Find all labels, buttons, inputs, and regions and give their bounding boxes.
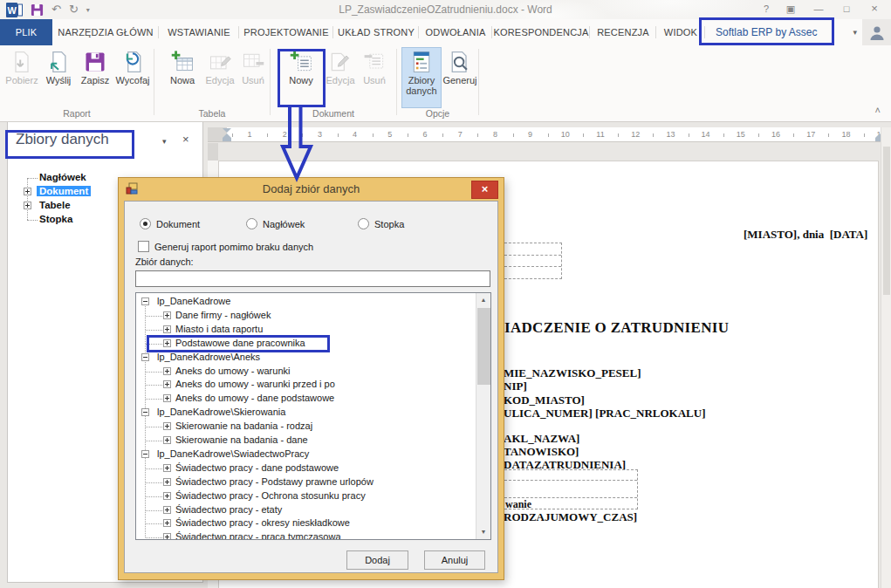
dialog-tree-item[interactable]: Świadectwo pracy - okresy nieskładkowe (136, 516, 475, 530)
dialog-tree-item[interactable]: lp_DaneKadrowe\Skierowania (136, 406, 475, 420)
scrollbar-thumb[interactable] (477, 308, 490, 385)
vertical-scrollbar[interactable] (881, 127, 891, 588)
account-avatar[interactable] (862, 19, 891, 45)
expand-icon[interactable] (163, 325, 171, 333)
expand-icon[interactable] (163, 394, 171, 402)
expand-icon[interactable] (163, 533, 171, 540)
dialog-tree-item-label: Dane firmy - nagłówek (175, 310, 271, 320)
expand-icon[interactable] (163, 506, 171, 514)
dialog-tree-item[interactable]: Aneks do umowy - warunki (136, 365, 475, 379)
tab-recenzja[interactable]: RECENZJA (590, 19, 656, 45)
tab-odwołania[interactable]: ODWOŁANIA (419, 19, 492, 45)
dialog-tree-item[interactable]: lp_DaneKadrowe\SwiadectwoPracy (136, 448, 475, 462)
dialog-tree-item[interactable]: Dane firmy - nagłówek (136, 309, 475, 323)
button-label: Edycja (323, 75, 358, 85)
ribbon-display-options-icon[interactable]: ▣ (781, 2, 800, 16)
dialog-tree-item[interactable]: Aneks do umowy - dane podstawowe (136, 392, 475, 406)
nowa-tabela-button[interactable]: Nowa (165, 48, 200, 107)
scroll-down-icon[interactable]: ▼ (476, 525, 490, 539)
expand-icon[interactable] (163, 478, 171, 486)
usun-tabela-button[interactable]: Usuń (238, 48, 268, 107)
tab-softlab-erp-by-assec[interactable]: Softlab ERP by Assec (705, 19, 828, 45)
tab-wstawianie[interactable]: WSTAWIANIE (159, 19, 239, 45)
help-icon[interactable]: ? (757, 2, 776, 16)
dialog-title-bar[interactable]: Dodaj zbiór danych × (119, 178, 504, 201)
collapse-icon[interactable] (141, 408, 149, 416)
tab-projektowanie[interactable]: PROJEKTOWANIE (239, 19, 333, 45)
tab-narzędzia-główn[interactable]: NARZĘDZIA GŁÓWN (52, 19, 159, 45)
dialog-tree-item-label: Świadectwo pracy - Ochrona stosunku prac… (175, 490, 366, 501)
dataset-name-input[interactable] (135, 270, 490, 287)
expand-icon[interactable] (163, 422, 171, 430)
dataset-tree-listbox[interactable]: lp_DaneKadroweDane firmy - nagłówekMiast… (135, 292, 491, 540)
redo-icon[interactable]: ↻ (69, 2, 79, 17)
tab-plik[interactable]: PLIK (0, 19, 52, 45)
save-icon[interactable] (31, 3, 44, 17)
ruler-tick (373, 133, 374, 137)
usun-dokument-button[interactable]: Usuń (359, 48, 390, 107)
tab-widok[interactable]: WIDOK (656, 19, 705, 45)
dialog-close-button[interactable]: × (471, 181, 498, 199)
close-icon[interactable]: × (865, 2, 884, 16)
expand-icon[interactable] (163, 311, 171, 319)
nowy-button[interactable]: Nowy (282, 48, 320, 107)
minimize-icon[interactable]: — (809, 2, 828, 16)
expand-icon[interactable] (163, 519, 171, 527)
account-caret-icon[interactable]: ▾ (853, 28, 857, 37)
dodaj-button[interactable]: Dodaj (346, 550, 408, 570)
radio-naglowek[interactable] (246, 218, 257, 229)
ribbon-group-opcje: Zbiory danych Generuj Opcje (397, 45, 478, 121)
left-indent-marker[interactable] (223, 138, 231, 141)
first-line-indent-marker[interactable] (223, 128, 231, 133)
edycja-dokument-button[interactable]: Edycja (323, 48, 358, 107)
wyslij-button[interactable]: Wyślij (41, 48, 76, 107)
expand-icon[interactable] (163, 464, 171, 472)
expand-icon[interactable] (24, 188, 31, 195)
tab-układ-strony[interactable]: UKŁAD STRONY (333, 19, 419, 45)
expand-icon[interactable] (24, 202, 31, 209)
horizontal-ruler[interactable]: 12345678910111213141516171819 (208, 127, 885, 142)
restore-icon[interactable]: □ (837, 2, 856, 16)
list-scrollbar[interactable]: ▲ ▼ (476, 293, 490, 539)
zbiory-danych-button[interactable]: Zbiory danych (402, 48, 441, 107)
pobierz-button[interactable]: Pobierz (4, 48, 39, 107)
generuj-button[interactable]: Generuj (442, 48, 477, 107)
undo-icon[interactable]: ↶ (51, 2, 61, 17)
customize-quick-access-icon[interactable]: ▾ (86, 6, 90, 14)
radio-stopka[interactable] (358, 218, 369, 229)
pane-close-icon[interactable]: × (182, 133, 189, 146)
scrollbar-thumb[interactable] (883, 147, 890, 295)
expand-icon[interactable] (163, 367, 171, 375)
dialog-tree-item[interactable]: Aneks do umowy - warunki przed i po (136, 378, 475, 392)
ruler-tick (689, 133, 689, 137)
ruler-number: 5 (385, 130, 395, 139)
dialog-tree-item[interactable]: Świadectwo pracy - etaty (136, 503, 475, 517)
scroll-up-icon[interactable]: ▲ (476, 293, 490, 307)
edycja-tabela-button[interactable]: Edycja (202, 48, 237, 107)
group-label: Opcje (397, 108, 478, 119)
tab-korespondencja[interactable]: KORESPONDENCJA (492, 19, 590, 45)
dialog-tree-item[interactable]: Skierowanie na badania - dane (136, 434, 475, 448)
wycofaj-button[interactable]: Wycofaj (114, 48, 151, 107)
collapse-ribbon-icon[interactable]: ˄ (875, 105, 881, 115)
dialog-tree-item[interactable]: Świadectwo pracy - praca tymczasowa (136, 530, 475, 540)
dialog-tree-item[interactable]: Skierowanie na badania - rodzaj (136, 420, 475, 434)
dialog-tree-item-label: Skierowanie na badania - rodzaj (175, 420, 312, 431)
radio-dokument[interactable] (140, 218, 151, 229)
expand-icon[interactable] (163, 380, 171, 388)
collapse-icon[interactable] (141, 297, 149, 305)
anuluj-button[interactable]: Anuluj (424, 550, 485, 570)
expand-icon[interactable] (163, 436, 171, 444)
pane-dropdown-icon[interactable]: ▾ (162, 137, 167, 146)
radio-naglowek-label: Nagłówek (263, 219, 305, 229)
expand-icon[interactable] (163, 492, 171, 500)
collapse-icon[interactable] (141, 353, 149, 361)
delete-table-icon (241, 50, 265, 74)
generate-without-data-checkbox[interactable] (138, 241, 149, 252)
dialog-tree-item[interactable]: Świadectwo pracy - dane podstawowe (136, 462, 475, 475)
dialog-tree-item[interactable]: Świadectwo pracy - Ochrona stosunku prac… (136, 489, 475, 503)
dialog-tree-item[interactable]: Świadectwo pracy - Podstawy prawne urlop… (136, 475, 475, 489)
collapse-icon[interactable] (141, 450, 149, 458)
zapisz-button[interactable]: Zapisz (78, 48, 113, 107)
dialog-tree-item[interactable]: lp_DaneKadrowe (136, 295, 475, 309)
